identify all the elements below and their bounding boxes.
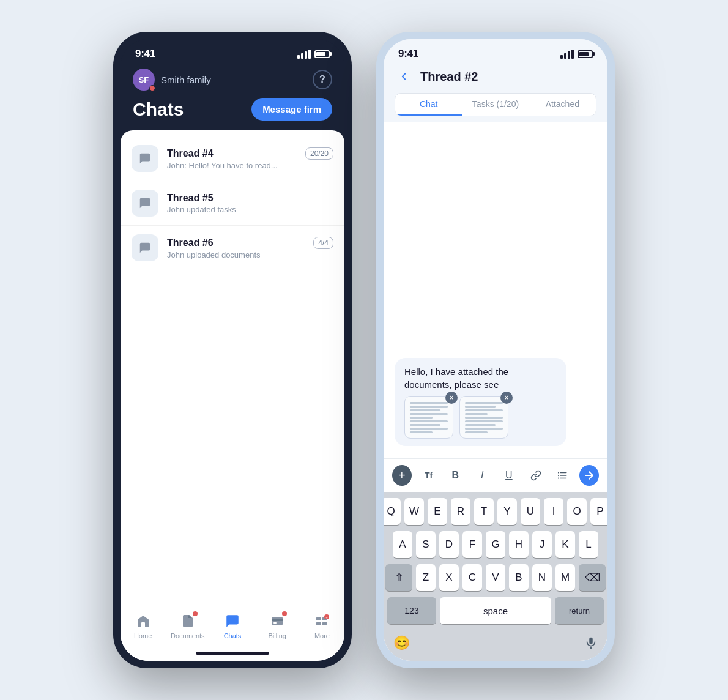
shift-key[interactable]: ⇧	[385, 564, 412, 591]
svg-rect-2	[272, 619, 283, 621]
format-text-button[interactable]: Tf	[419, 465, 439, 486]
space-key[interactable]: space	[440, 597, 551, 624]
more-icon: +	[313, 612, 330, 630]
key-e[interactable]: E	[428, 498, 447, 525]
send-button[interactable]	[579, 465, 599, 486]
left-header: SF Smith family ? Chats Message firm	[121, 64, 344, 130]
page-title: Chats	[133, 99, 184, 120]
backspace-key[interactable]: ⌫	[579, 564, 606, 591]
key-l[interactable]: L	[579, 531, 598, 558]
left-phone: 9:41 SF	[113, 32, 352, 668]
status-time-left: 9:41	[135, 48, 155, 60]
chats-icon	[224, 612, 241, 630]
battery-icon	[578, 50, 593, 58]
nav-label: Documents	[171, 632, 205, 639]
attachment-close-2[interactable]: ×	[500, 392, 513, 404]
key-u[interactable]: U	[521, 498, 540, 525]
key-f[interactable]: F	[462, 531, 482, 558]
key-m[interactable]: M	[555, 564, 575, 591]
key-p[interactable]: P	[590, 498, 607, 525]
key-o[interactable]: O	[567, 498, 587, 525]
keyboard-row-1: Q W E R T Y U I O P	[387, 498, 604, 525]
doc-preview-1	[405, 397, 453, 438]
key-j[interactable]: J	[532, 531, 552, 558]
message-firm-button[interactable]: Message firm	[251, 98, 332, 121]
list-item[interactable]: Thread #4 20/20 John: Hello! You have to…	[121, 136, 344, 181]
key-b[interactable]: B	[509, 564, 529, 591]
key-i[interactable]: I	[544, 498, 563, 525]
status-icons-right	[560, 50, 593, 59]
status-icons-left	[297, 50, 330, 59]
key-t[interactable]: T	[474, 498, 494, 525]
attachment-thumb-2: ×	[459, 396, 508, 439]
thread-name: Thread #6	[167, 237, 214, 248]
svg-point-14	[558, 475, 559, 476]
key-h[interactable]: H	[509, 531, 529, 558]
thread-header: Thread #2 Chat Tasks (1/20) Attached	[384, 64, 607, 122]
thread-subtitle: John updated tasks	[167, 205, 333, 214]
thread-content: Thread #6 4/4 John uploaded documents	[167, 237, 333, 259]
nav-item-documents[interactable]: Documents	[165, 612, 210, 639]
home-indicator	[121, 652, 344, 661]
italic-button[interactable]: I	[472, 465, 492, 486]
nav-item-chats[interactable]: Chats	[210, 612, 254, 639]
key-z[interactable]: Z	[416, 564, 436, 591]
list-item[interactable]: Thread #6 4/4 John uploaded documents	[121, 226, 344, 270]
key-c[interactable]: C	[462, 564, 482, 591]
key-n[interactable]: N	[532, 564, 552, 591]
key-s[interactable]: S	[416, 531, 436, 558]
keyboard: Q W E R T Y U I O P A S D F G	[384, 492, 607, 661]
mic-button[interactable]	[584, 636, 598, 650]
attachment-row: ×	[404, 396, 557, 439]
thread-list-area: Thread #4 20/20 John: Hello! You have to…	[121, 130, 344, 661]
status-time-right: 9:41	[398, 48, 418, 60]
attachment-close-1[interactable]: ×	[445, 392, 458, 404]
key-q[interactable]: Q	[384, 498, 401, 525]
thread-badge: 4/4	[313, 237, 333, 249]
nav-label: Home	[134, 632, 152, 639]
nav-item-home[interactable]: Home	[121, 612, 165, 639]
documents-icon	[179, 612, 196, 630]
nav-label: More	[314, 632, 330, 639]
bold-button[interactable]: B	[446, 465, 466, 486]
list-button[interactable]	[553, 465, 573, 486]
svg-rect-7	[322, 622, 327, 625]
tab-attached[interactable]: Attached	[529, 94, 596, 116]
nav-label: Billing	[269, 632, 286, 639]
thread-icon	[132, 190, 158, 217]
thread-icon	[132, 145, 158, 172]
message-text: Hello, I have attached the documents, pl…	[404, 367, 508, 390]
nav-item-billing[interactable]: Billing	[255, 612, 300, 639]
key-k[interactable]: K	[555, 531, 575, 558]
emoji-button[interactable]: 😊	[393, 635, 410, 651]
link-button[interactable]	[526, 465, 546, 486]
key-d[interactable]: D	[439, 531, 459, 558]
numbers-key[interactable]: 123	[387, 597, 436, 624]
chat-toolbar: + Tf B I U	[384, 458, 607, 492]
help-button[interactable]: ?	[313, 70, 332, 89]
signal-icon	[560, 50, 574, 59]
key-a[interactable]: A	[393, 531, 412, 558]
thread-icon	[132, 234, 158, 261]
return-key[interactable]: return	[555, 597, 604, 624]
key-v[interactable]: V	[486, 564, 505, 591]
nav-item-more[interactable]: + More	[300, 612, 344, 639]
back-button[interactable]	[395, 67, 413, 86]
key-w[interactable]: W	[404, 498, 424, 525]
svg-rect-3	[273, 622, 277, 624]
list-item[interactable]: Thread #5 John updated tasks	[121, 181, 344, 226]
message-bubble: Hello, I have attached the documents, pl…	[395, 358, 566, 446]
chat-body: Hello, I have attached the documents, pl…	[384, 122, 607, 661]
key-x[interactable]: X	[439, 564, 459, 591]
key-r[interactable]: R	[451, 498, 470, 525]
key-y[interactable]: Y	[497, 498, 517, 525]
tab-tasks[interactable]: Tasks (1/20)	[462, 94, 529, 116]
underline-button[interactable]: U	[499, 465, 519, 486]
tab-bar: Chat Tasks (1/20) Attached	[395, 93, 596, 116]
tab-chat[interactable]: Chat	[395, 94, 462, 116]
signal-icon	[297, 50, 311, 59]
add-button[interactable]: +	[392, 465, 412, 486]
kb-action-bar: 😊	[387, 630, 604, 657]
keyboard-row-3: ⇧ Z X C V B N M ⌫	[387, 564, 604, 591]
key-g[interactable]: G	[486, 531, 505, 558]
